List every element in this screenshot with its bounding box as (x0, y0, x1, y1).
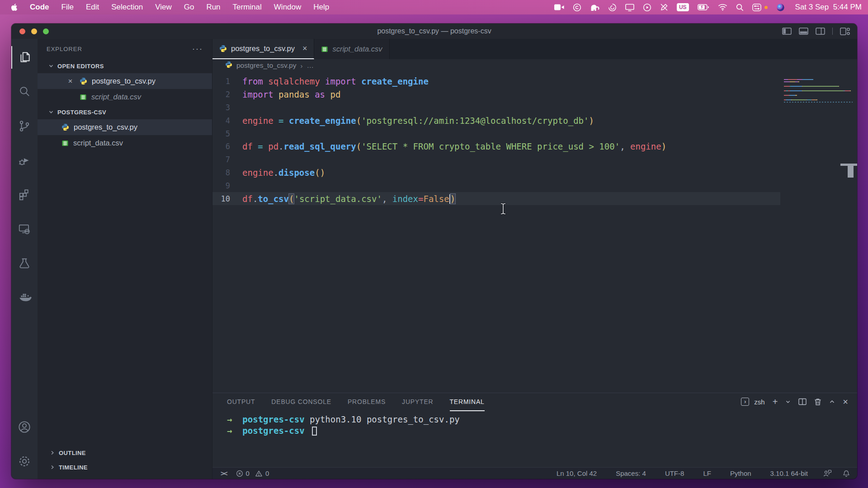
code-editor[interactable]: 1from sqlalchemy import create_engine2im… (212, 72, 857, 393)
menu-terminal[interactable]: Terminal (233, 3, 262, 12)
siri-icon[interactable] (776, 3, 785, 12)
tab-script_data.csv[interactable]: script_data.csv (314, 39, 389, 59)
customize-layout-icon[interactable] (840, 28, 850, 35)
menu-clock[interactable]: Sat 3 Sep 5:44 PM (795, 3, 862, 12)
section-timeline[interactable]: TIMELINE (38, 460, 212, 474)
kill-terminal-trash-icon[interactable] (814, 398, 821, 406)
breadcrumb-file[interactable]: postgres_to_csv.py (236, 61, 296, 70)
swirl-app-icon[interactable] (608, 3, 617, 12)
status-cursor-position[interactable]: Ln 10, Col 42 (557, 469, 597, 477)
menu-go[interactable]: Go (184, 3, 194, 12)
docker-icon[interactable] (11, 286, 38, 309)
terminal-output[interactable]: → postgres-csv python3.10 postgres_to_cs… (212, 411, 857, 436)
explorer-icon[interactable] (11, 46, 38, 69)
menu-view[interactable]: View (155, 3, 172, 12)
code-line-1[interactable]: 1from sqlalchemy import create_engine (212, 75, 857, 88)
close-editor-icon[interactable]: × (66, 77, 74, 86)
elephant-app-icon[interactable] (590, 4, 599, 11)
open-editor-script_data.csv[interactable]: ×script_data.csv (38, 89, 212, 105)
keyboard-layout-badge[interactable]: US (677, 3, 689, 11)
split-terminal-icon[interactable] (798, 398, 807, 405)
folder-section-header[interactable]: POSTGRES-CSV (38, 105, 212, 119)
line-number: 8 (212, 168, 242, 177)
toggle-sidebar-icon[interactable] (782, 28, 792, 35)
control-center-icon[interactable] (752, 4, 761, 11)
window-titlebar[interactable]: postgres_to_csv.py — postgres-csv (11, 23, 857, 39)
sidebar-bottom-sections: OUTLINETIMELINE (38, 446, 212, 479)
minimize-window-button[interactable] (31, 28, 37, 34)
extensions-icon[interactable] (11, 183, 38, 206)
code-line-6[interactable]: 6df = pd.read_sql_query('SELECT * FROM c… (212, 140, 857, 153)
apple-logo-icon[interactable] (11, 3, 18, 11)
code-line-7[interactable]: 7 (212, 153, 857, 166)
open-editors-section-header[interactable]: OPEN EDITORS (38, 59, 212, 73)
status-eol[interactable]: LF (703, 469, 711, 477)
menu-edit[interactable]: Edit (86, 3, 99, 12)
breadcrumb[interactable]: postgres_to_csv.py › … (212, 59, 857, 72)
code-line-10[interactable]: 10df.to_csv('script_data.csv', index=Fal… (212, 192, 780, 205)
code-line-9[interactable]: 9 (212, 179, 857, 192)
maximize-panel-chevron-icon[interactable] (829, 399, 835, 404)
code-line-4[interactable]: 4engine = create_engine('postgresql://am… (212, 114, 857, 127)
new-terminal-icon[interactable]: + (773, 397, 778, 406)
account-icon[interactable] (11, 416, 38, 438)
close-window-button[interactable] (19, 28, 25, 34)
code-line-5[interactable]: 5 (212, 127, 857, 140)
explorer-more-actions-icon[interactable]: ··· (192, 44, 203, 54)
close-panel-icon[interactable]: × (843, 397, 848, 406)
problems-status[interactable]: 0 0 (236, 469, 269, 477)
file-script_data.csv[interactable]: script_data.csv (38, 135, 212, 151)
code-line-3[interactable]: 3 (212, 101, 857, 114)
spotlight-search-icon[interactable] (736, 4, 744, 11)
menu-help[interactable]: Help (313, 3, 329, 12)
section-outline[interactable]: OUTLINE (38, 446, 212, 460)
code-line-2[interactable]: 2import pandas as pd (212, 88, 857, 101)
minimap[interactable] (784, 79, 853, 103)
testing-flask-icon[interactable] (11, 252, 38, 275)
source-control-icon[interactable] (11, 115, 38, 137)
menu-window[interactable]: Window (274, 3, 301, 12)
toggle-panel-icon[interactable] (799, 28, 808, 35)
shell-label[interactable]: zsh (754, 398, 764, 406)
play-circle-icon[interactable] (643, 3, 651, 12)
run-and-debug-icon[interactable] (11, 149, 38, 172)
terminal-dropdown-chevron-icon[interactable] (785, 399, 791, 404)
file-postgres_to_csv.py[interactable]: postgres_to_csv.py (38, 119, 212, 135)
menu-run[interactable]: Run (206, 3, 220, 12)
wifi-icon[interactable] (718, 4, 727, 11)
stylus-off-icon[interactable] (660, 3, 668, 11)
zoom-window-button[interactable] (43, 28, 49, 34)
panel-tab-jupyter[interactable]: JUPYTER (402, 393, 433, 411)
remote-indicator-icon[interactable]: >< (221, 469, 227, 477)
open-editor-postgres_to_csv.py[interactable]: ×postgres_to_csv.py (38, 73, 212, 89)
remote-explorer-icon[interactable] (11, 218, 38, 240)
notifications-bell-icon[interactable] (843, 469, 850, 477)
panel-tab-problems[interactable]: PROBLEMS (348, 393, 386, 411)
search-icon[interactable] (11, 80, 38, 103)
close-tab-icon[interactable]: × (302, 44, 307, 53)
toggle-secondary-sidebar-icon[interactable] (816, 28, 825, 35)
scrollbar-vertical-handle[interactable] (848, 166, 854, 178)
menu-selection[interactable]: Selection (111, 3, 143, 12)
tab-postgres_to_csv.py[interactable]: postgres_to_csv.py× (212, 39, 314, 59)
tab-label: postgres_to_csv.py (231, 44, 295, 53)
menu-file[interactable]: File (61, 3, 74, 12)
status-indentation[interactable]: Spaces: 4 (616, 469, 646, 477)
settings-gear-icon[interactable] (11, 450, 38, 473)
status-encoding[interactable]: UTF-8 (665, 469, 684, 477)
panel-tab-debug-console[interactable]: DEBUG CONSOLE (271, 393, 331, 411)
creative-cloud-icon[interactable] (573, 3, 581, 12)
code-line-8[interactable]: 8engine.dispose() (212, 166, 857, 179)
display-icon[interactable] (625, 4, 634, 11)
breadcrumb-more[interactable]: … (307, 61, 314, 70)
status-python-interpreter[interactable]: 3.10.1 64-bit (770, 469, 808, 477)
status-language-mode[interactable]: Python (730, 469, 751, 477)
feedback-icon[interactable] (823, 469, 832, 477)
panel-tab-output[interactable]: OUTPUT (227, 393, 255, 411)
breadcrumb-separator: › (300, 62, 302, 70)
battery-icon[interactable] (698, 4, 709, 10)
screen-record-icon[interactable] (554, 4, 564, 11)
window-title: postgres_to_csv.py — postgres-csv (11, 27, 857, 35)
menu-code[interactable]: Code (30, 3, 49, 12)
panel-tab-terminal[interactable]: TERMINAL (450, 393, 485, 411)
